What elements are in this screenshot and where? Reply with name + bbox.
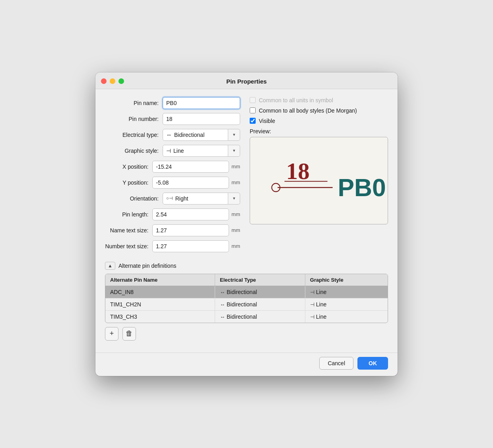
cell-electrical-type: ↔Bidirectional: [215, 286, 305, 298]
cancel-button[interactable]: Cancel: [319, 357, 353, 370]
pin-length-row: Pin length: mm: [105, 208, 240, 220]
name-text-size-input[interactable]: [152, 224, 229, 236]
svg-text:PB0: PB0: [338, 173, 386, 201]
electrical-type-display[interactable]: ↔ Bidirectional: [163, 129, 228, 141]
table-actions: + 🗑: [105, 327, 388, 341]
y-position-wrapper: mm: [152, 177, 240, 189]
orientation-icon: ○⊣: [166, 196, 173, 201]
add-row-button[interactable]: +: [105, 327, 118, 341]
number-text-size-label: Number text size:: [105, 243, 152, 249]
graphic-style-value: Line: [173, 148, 184, 154]
left-panel: Pin name: Pin number: Electrical type: ↔…: [105, 97, 240, 256]
cell-graphic-style: ⊣Line: [305, 286, 388, 298]
common-body-styles-row: Common to all body styles (De Morgan): [250, 107, 388, 114]
cell-graphic-style: ⊣Line: [305, 298, 388, 310]
close-button[interactable]: [101, 78, 107, 84]
alt-pin-table-container: Alternate Pin Name Electrical Type Graph…: [105, 274, 388, 323]
minimize-button[interactable]: [110, 78, 115, 84]
pin-properties-dialog: Pin Properties Pin name: Pin number: Ele…: [95, 72, 398, 376]
visible-checkbox[interactable]: [250, 118, 256, 124]
y-position-row: Y position: mm: [105, 177, 240, 189]
cell-pin-name: TIM3_CH3: [105, 310, 215, 323]
col-header-graphic-style: Graphic Style: [305, 274, 388, 286]
common-units-checkbox[interactable]: [250, 97, 256, 103]
preview-svg: 18 PB0: [250, 137, 388, 224]
orientation-select-wrapper: ○⊣ Right ▾: [163, 193, 240, 205]
pin-length-label: Pin length:: [105, 211, 152, 218]
dialog-footer: Cancel OK: [95, 353, 398, 376]
cell-pin-name: ADC_IN8: [105, 286, 215, 298]
number-text-size-wrapper: mm: [152, 240, 240, 252]
visible-label: Visible: [259, 118, 275, 124]
pin-name-row: Pin name:: [105, 97, 240, 109]
orientation-value: Right: [175, 195, 188, 202]
y-position-label: Y position:: [105, 179, 152, 186]
cell-electrical-type: ↔Bidirectional: [215, 298, 305, 310]
svg-text:18: 18: [286, 158, 310, 184]
delete-row-button[interactable]: 🗑: [122, 327, 136, 341]
number-text-size-input[interactable]: [152, 240, 229, 252]
pin-length-unit: mm: [231, 211, 240, 217]
common-body-styles-label: Common to all body styles (De Morgan): [259, 107, 357, 114]
electrical-type-icon: ↔: [166, 132, 172, 138]
table-row[interactable]: TIM1_CH2N ↔Bidirectional ⊣Line: [105, 298, 388, 310]
electrical-type-dropdown-btn[interactable]: ▾: [228, 129, 240, 141]
orientation-row: Orientation: ○⊣ Right ▾: [105, 193, 240, 205]
pin-name-input[interactable]: [163, 97, 240, 109]
col-header-name: Alternate Pin Name: [105, 274, 215, 286]
table-header: Alternate Pin Name Electrical Type Graph…: [105, 274, 388, 286]
graphic-style-label: Graphic style:: [105, 148, 163, 154]
maximize-button[interactable]: [118, 78, 124, 84]
alt-pin-tbody: ADC_IN8 ↔Bidirectional ⊣Line TIM1_CH2N ↔…: [105, 286, 388, 323]
x-position-label: X position:: [105, 164, 152, 170]
table-row[interactable]: TIM3_CH3 ↔Bidirectional ⊣Line: [105, 310, 388, 323]
name-text-size-wrapper: mm: [152, 224, 240, 236]
common-units-row: Common to all units in symbol: [250, 97, 388, 103]
y-position-input[interactable]: [152, 177, 229, 189]
visible-row: Visible: [250, 118, 388, 124]
graphic-style-row: Graphic style: ⊣ Line ▾: [105, 145, 240, 157]
preview-box: 18 PB0: [250, 137, 388, 224]
graphic-style-icon: ⊣: [166, 148, 171, 154]
collapse-button[interactable]: ▲: [105, 262, 115, 270]
pin-number-label: Pin number:: [105, 116, 163, 122]
pin-length-input[interactable]: [152, 208, 229, 220]
x-position-wrapper: mm: [152, 161, 240, 173]
preview-label: Preview:: [250, 128, 388, 134]
x-position-input[interactable]: [152, 161, 229, 173]
common-body-styles-checkbox[interactable]: [250, 107, 256, 113]
name-text-size-label: Name text size:: [105, 227, 152, 234]
alt-pin-table: Alternate Pin Name Electrical Type Graph…: [105, 274, 388, 323]
dialog-title: Pin Properties: [226, 78, 267, 85]
name-text-size-row: Name text size: mm: [105, 224, 240, 236]
graphic-style-display[interactable]: ⊣ Line: [163, 145, 228, 157]
main-layout: Pin name: Pin number: Electrical type: ↔…: [105, 97, 388, 256]
pin-number-input[interactable]: [163, 113, 240, 125]
graphic-style-select-wrapper: ⊣ Line ▾: [163, 145, 240, 157]
cell-pin-name: TIM1_CH2N: [105, 298, 215, 310]
orientation-display[interactable]: ○⊣ Right: [163, 193, 228, 205]
electrical-type-row: Electrical type: ↔ Bidirectional ▾: [105, 129, 240, 141]
pin-name-label: Pin name:: [105, 100, 163, 106]
preview-section: Preview: 18 PB0: [250, 128, 388, 224]
window-controls: [101, 78, 124, 84]
pin-number-row: Pin number:: [105, 113, 240, 125]
cell-electrical-type: ↔Bidirectional: [215, 310, 305, 323]
orientation-label: Orientation:: [105, 195, 163, 202]
right-panel: Common to all units in symbol Common to …: [250, 97, 388, 256]
alt-pin-header: ▲ Alternate pin definitions: [105, 262, 388, 270]
x-position-unit: mm: [231, 164, 240, 169]
common-units-label: Common to all units in symbol: [259, 97, 333, 103]
y-position-unit: mm: [231, 179, 240, 185]
alt-pin-section: ▲ Alternate pin definitions Alternate Pi…: [105, 262, 388, 341]
title-bar: Pin Properties: [95, 72, 398, 89]
ok-button[interactable]: OK: [357, 357, 388, 370]
table-row[interactable]: ADC_IN8 ↔Bidirectional ⊣Line: [105, 286, 388, 298]
graphic-style-dropdown-btn[interactable]: ▾: [228, 145, 240, 157]
dialog-content: Pin name: Pin number: Electrical type: ↔…: [95, 89, 398, 353]
x-position-row: X position: mm: [105, 161, 240, 173]
electrical-type-value: Bidirectional: [174, 132, 204, 138]
orientation-dropdown-btn[interactable]: ▾: [228, 193, 240, 205]
pin-length-wrapper: mm: [152, 208, 240, 220]
cell-graphic-style: ⊣Line: [305, 310, 388, 323]
